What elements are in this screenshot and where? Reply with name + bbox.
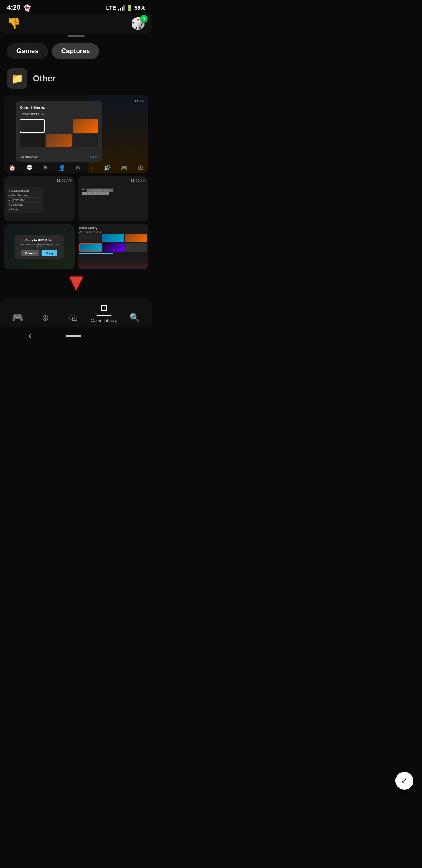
nav-item-game-library[interactable]: ⊞ Game Library bbox=[91, 303, 117, 323]
section-header: 📁 Other bbox=[0, 63, 152, 93]
tabs-row: Games Captures bbox=[0, 34, 152, 63]
context-menu: ● Quick Message ● Voice Message ● Screen… bbox=[7, 187, 43, 213]
capture-card-copy-dialog[interactable]: Copy to USB Drive You'll copy 1 screensh… bbox=[4, 224, 75, 269]
thumb-6[interactable] bbox=[73, 134, 98, 147]
thumb-1[interactable] bbox=[20, 119, 45, 133]
nav-item-friends[interactable]: ⊛ bbox=[36, 313, 55, 323]
thumb-3[interactable] bbox=[73, 119, 98, 133]
gallery-thumb-6 bbox=[125, 243, 147, 252]
cancel-btn[interactable]: Cancel bbox=[21, 250, 39, 256]
top-bar: 👎 🎲 5 bbox=[0, 14, 152, 34]
gallery-thumb-2 bbox=[102, 234, 124, 242]
copy-btn[interactable]: Copy bbox=[42, 250, 57, 256]
bottom-nav: 🎮 ⊛ 🛍 ⊞ Game Library 🔍 bbox=[0, 298, 152, 327]
capture-card-media-gallery[interactable]: Media Gallery AllPhotosVideos bbox=[78, 224, 148, 269]
dice-badge-wrap[interactable]: 🎲 5 bbox=[131, 16, 145, 30]
cards-row-2: Copy to USB Drive You'll copy 1 screensh… bbox=[4, 224, 148, 269]
capture-card-large[interactable]: Select Media Screenshots All 0/4 selecte… bbox=[4, 95, 148, 173]
tab-captures[interactable]: Captures bbox=[52, 43, 100, 59]
tab-games[interactable]: Games bbox=[7, 43, 48, 59]
media-thumb-grid bbox=[20, 119, 98, 147]
chat-hidden-overlay: 👁 ████████████████ ████████████████ bbox=[81, 187, 139, 196]
game-library-icon: ⊞ bbox=[100, 303, 107, 313]
gallery-progress-bar bbox=[79, 253, 113, 254]
section-title: Other bbox=[33, 74, 56, 84]
nav-pwr-icon: ⏻ bbox=[138, 165, 143, 171]
time-display: 4:20 bbox=[7, 4, 20, 12]
modal-title: Select Media bbox=[20, 105, 98, 110]
thumb-5[interactable] bbox=[46, 134, 72, 147]
nav-user-icon: 👤 bbox=[59, 165, 65, 171]
nav-chat-icon: 💬 bbox=[26, 165, 33, 171]
copy-dialog-body: You'll copy 1 screenshot to your USB dri… bbox=[18, 243, 60, 247]
nav-item-store[interactable]: 🛍 bbox=[63, 313, 83, 323]
capture-card-chat-hidden[interactable]: 11:09 AM 👁 ████████████████ ████████████… bbox=[78, 176, 148, 221]
nav-item-search[interactable]: 🔍 bbox=[125, 313, 145, 323]
status-left: 4:20 👻 bbox=[7, 4, 31, 12]
send-button[interactable]: Send bbox=[90, 155, 98, 159]
nav-ctrl-icon: 🎮 bbox=[121, 165, 127, 171]
thumb-4[interactable] bbox=[20, 134, 45, 147]
modal-filter: Screenshots All bbox=[20, 112, 98, 116]
nav-item-controller[interactable]: 🎮 bbox=[8, 312, 27, 323]
snapchat-icon: 👻 bbox=[23, 4, 31, 12]
nav-home-icon: 🏠 bbox=[9, 165, 16, 171]
copy-dialog: Copy to USB Drive You'll copy 1 screensh… bbox=[14, 235, 64, 259]
card-bottom-nav: 🏠 💬 ⚑ 👤 ⚙ ↑ 🔊 🎮 ⏻ bbox=[4, 165, 148, 171]
feedback-icon[interactable]: 👎 bbox=[7, 17, 21, 30]
notification-badge: 5 bbox=[140, 15, 148, 23]
gallery-thumb-5 bbox=[103, 243, 125, 252]
drag-handle bbox=[68, 35, 85, 37]
gallery-thumb-3 bbox=[125, 234, 147, 242]
nav-settings-icon: ⚙ bbox=[75, 165, 80, 171]
signal-bars bbox=[118, 5, 125, 11]
active-indicator bbox=[97, 315, 111, 316]
nav-share-icon: ↑ bbox=[91, 165, 93, 171]
system-nav: ‹ bbox=[0, 327, 152, 346]
sort-label: 11:09 AM bbox=[129, 99, 144, 103]
battery-level: 56% bbox=[134, 5, 145, 11]
nav-vol-icon: 🔊 bbox=[104, 165, 111, 171]
lte-label: LTE bbox=[106, 5, 116, 11]
search-icon: 🔍 bbox=[129, 313, 140, 323]
gallery-title: Media Gallery bbox=[79, 226, 147, 229]
store-icon: 🛍 bbox=[69, 313, 77, 323]
nav-items: 🎮 ⊛ 🛍 ⊞ Game Library 🔍 bbox=[4, 303, 148, 323]
captures-grid: Select Media Screenshots All 0/4 selecte… bbox=[0, 93, 152, 296]
gallery-thumb-1 bbox=[79, 234, 101, 242]
controller-icon: 🎮 bbox=[12, 312, 23, 323]
status-right: LTE 🔋 56% bbox=[106, 5, 145, 11]
home-indicator[interactable] bbox=[66, 335, 81, 337]
folder-icon: 📁 bbox=[7, 68, 27, 89]
battery-icon: 🔋 bbox=[126, 5, 133, 11]
red-arrow: ▼ bbox=[64, 271, 88, 294]
modal-footer: 0/4 selected Send bbox=[20, 155, 98, 159]
status-bar: 4:20 👻 LTE 🔋 56% bbox=[0, 0, 152, 14]
gallery-thumb-highlighted bbox=[79, 243, 102, 252]
capture-card-chat-menu[interactable]: 11:09 AM ● Quick Message ● Voice Message… bbox=[4, 176, 75, 221]
red-arrow-container: ▼ bbox=[4, 273, 148, 292]
select-media-modal: Select Media Screenshots All 0/4 selecte… bbox=[16, 101, 102, 162]
cards-row-1: 11:09 AM ● Quick Message ● Voice Message… bbox=[4, 176, 148, 221]
back-button[interactable]: ‹ bbox=[29, 331, 31, 341]
thumb-2[interactable] bbox=[46, 119, 72, 133]
game-library-label: Game Library bbox=[91, 318, 117, 323]
friends-icon: ⊛ bbox=[42, 313, 49, 323]
nav-flag-icon: ⚑ bbox=[43, 165, 48, 171]
